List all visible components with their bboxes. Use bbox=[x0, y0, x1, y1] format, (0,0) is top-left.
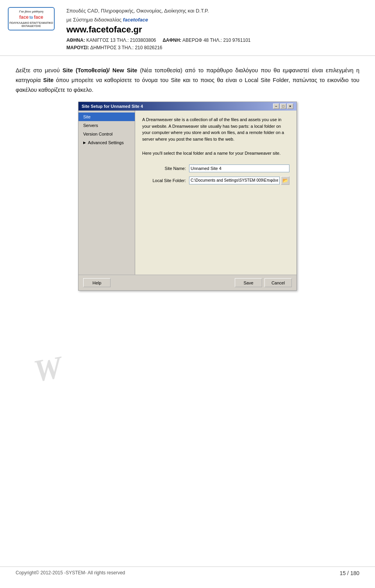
dialog-titlebar-buttons: − □ × bbox=[273, 104, 293, 109]
page-header: Για βίου μάθηση face to face ΠΟΛΥΚΛΑΔΙΚΟ… bbox=[0, 0, 375, 56]
sidebar-item-version-control[interactable]: Version Control bbox=[79, 130, 135, 138]
dialog-footer: Help Save Cancel bbox=[79, 275, 296, 290]
sidebar-label-site: Site bbox=[83, 114, 91, 119]
dialog-body: Site Servers Version Control ▶ Advanced … bbox=[79, 111, 296, 275]
contact2-city: ΔΑΦΝΗ: bbox=[162, 38, 181, 43]
site-name-row: Site Name: bbox=[142, 164, 289, 172]
footer-page-number: 15 / 180 bbox=[339, 570, 359, 576]
header-emphasis: facetoface bbox=[123, 17, 148, 23]
dialog-title: Site Setup for Unnamed Site 4 bbox=[82, 104, 143, 109]
help-button[interactable]: Help bbox=[83, 278, 111, 287]
contact3-detail: ΔΗΜΗΤΡΟΣ 3 ΤΗΛ.: 210 8026216 bbox=[90, 45, 162, 50]
footer-right-buttons: Save Cancel bbox=[235, 278, 292, 287]
footer-copyright: Copyright© 2012-2015 -SYSTEM- All rights… bbox=[16, 570, 125, 576]
header-url: www.facetoface.gr bbox=[66, 25, 363, 35]
cancel-button[interactable]: Cancel bbox=[264, 278, 292, 287]
intro-text: Δείξτε στο μενού Site (Τοποθεσία)/ New S… bbox=[16, 66, 359, 95]
sidebar-item-site[interactable]: Site bbox=[79, 113, 135, 121]
local-folder-label: Local Site Folder: bbox=[142, 178, 189, 183]
local-folder-row: Local Site Folder: 📂 bbox=[142, 176, 289, 185]
logo-text: Για βίου μάθηση face to face ΠΟΛΥΚΛΑΔΙΚΟ… bbox=[9, 10, 54, 28]
logo-subtitle: ΠΟΛΥΚΛΑΔΙΚΟ ΕΠΑΓΓΕΛΜΑΤΙΚΟ ΕΚΠΑΙΔΕΥΣΗΣ bbox=[9, 21, 54, 28]
dialog-window: Site Setup for Unnamed Site 4 − □ × Site… bbox=[78, 102, 297, 291]
local-folder-input-group: 📂 bbox=[189, 176, 289, 185]
logo-tagline: Για βίου μάθηση bbox=[9, 10, 54, 14]
logo-box: Για βίου μάθηση face to face ΠΟΛΥΚΛΑΔΙΚΟ… bbox=[8, 7, 55, 30]
main-content: Δείξτε στο μενού Site (Τοποθεσία)/ New S… bbox=[0, 56, 375, 306]
sidebar-label-servers: Servers bbox=[83, 123, 98, 128]
header-text: Σπουδές CAD, Πληροφορικής, Οικονομίας, Δ… bbox=[66, 7, 363, 52]
maximize-button[interactable]: □ bbox=[280, 104, 286, 109]
logo-face-right: face bbox=[34, 14, 43, 21]
logo-to: to bbox=[29, 15, 33, 20]
sidebar-label-advanced-settings: Advanced Settings bbox=[88, 140, 124, 145]
close-button[interactable]: × bbox=[287, 104, 293, 109]
folder-icon: 📂 bbox=[282, 178, 288, 183]
dialog-sidebar: Site Servers Version Control ▶ Advanced … bbox=[79, 111, 135, 275]
minimize-button[interactable]: − bbox=[273, 104, 279, 109]
contact2-detail: ΑΒΕΡΩΦ 48 ΤΗΛ.: 210 9761101 bbox=[182, 38, 250, 43]
contact1-detail: ΚΑΝΙΓΓΟΣ 13 ΤΗΛ.: 2103803806 bbox=[86, 38, 156, 43]
site-name-input[interactable] bbox=[189, 164, 289, 172]
dialog-titlebar: Site Setup for Unnamed Site 4 − □ × bbox=[79, 102, 296, 111]
browse-folder-button[interactable]: 📂 bbox=[281, 176, 289, 185]
local-folder-input[interactable] bbox=[189, 177, 280, 184]
sidebar-item-servers[interactable]: Servers bbox=[79, 121, 135, 130]
sidebar-label-version-control: Version Control bbox=[83, 132, 112, 136]
logo-area: Για βίου μάθηση face to face ΠΟΛΥΚΛΑΔΙΚΟ… bbox=[8, 7, 59, 30]
sidebar-item-advanced-settings[interactable]: ▶ Advanced Settings bbox=[79, 138, 135, 147]
header-contacts: ΑΘΗΝΑ: ΚΑΝΙΓΓΟΣ 13 ΤΗΛ.: 2103803806 ΔΑΦΝ… bbox=[66, 37, 363, 52]
header-title-line1: Σπουδές CAD, Πληροφορικής, Οικονομίας, Δ… bbox=[66, 7, 363, 15]
watermark-symbol: W bbox=[31, 349, 59, 360]
site-name-label: Site Name: bbox=[142, 166, 189, 171]
page-footer: Copyright© 2012-2015 -SYSTEM- All rights… bbox=[0, 567, 375, 576]
save-button[interactable]: Save bbox=[235, 278, 262, 287]
dialog-main-panel: A Dreamweaver site is a collection of al… bbox=[135, 111, 296, 275]
contact1-city: ΑΘΗΝΑ: bbox=[66, 38, 85, 43]
contact3-city: ΜΑΡΟΥΣΙ: bbox=[66, 45, 89, 50]
arrow-icon: ▶ bbox=[83, 141, 86, 145]
dialog-instruction-text: Here you'll select the local folder and … bbox=[142, 150, 289, 157]
logo-face-left: face bbox=[19, 14, 29, 21]
header-title-line2: με Σύστημα διδασκαλίας facetoface bbox=[66, 16, 363, 24]
dialog-description-text: A Dreamweaver site is a collection of al… bbox=[142, 116, 289, 142]
